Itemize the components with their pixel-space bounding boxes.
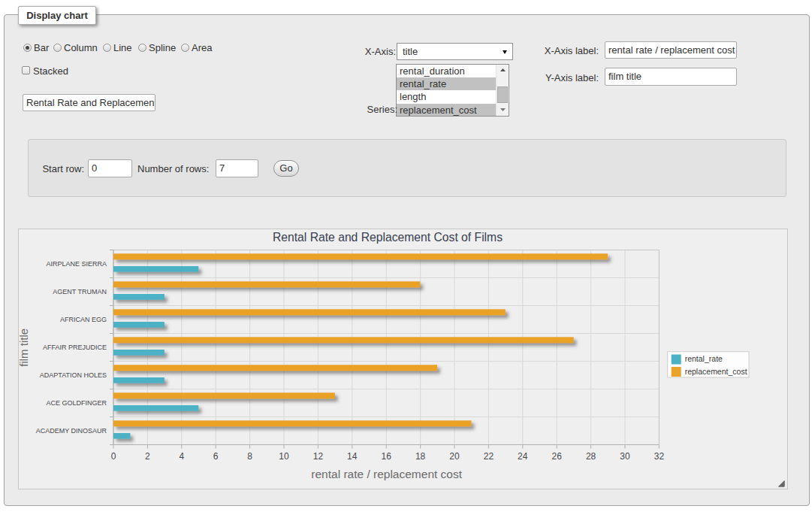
svg-text:8: 8 (247, 451, 252, 462)
svg-text:26: 26 (552, 451, 563, 462)
svg-text:2: 2 (145, 451, 150, 462)
svg-text:24: 24 (518, 451, 528, 462)
svg-text:AIRPLANE SIERRA: AIRPLANE SIERRA (46, 260, 107, 268)
svg-text:AFRICAN EGG: AFRICAN EGG (60, 316, 107, 323)
svg-text:14: 14 (347, 451, 358, 462)
svg-text:22: 22 (484, 451, 494, 462)
svg-text:6: 6 (213, 451, 219, 462)
svg-text:rental rate / replacement cost: rental rate / replacement cost (311, 468, 462, 480)
svg-text:replacement_cost: replacement_cost (685, 367, 747, 376)
svg-text:ACE GOLDFINGER: ACE GOLDFINGER (46, 399, 107, 407)
svg-text:4: 4 (179, 451, 184, 462)
svg-text:ADAPTATION HOLES: ADAPTATION HOLES (40, 371, 107, 379)
svg-text:rental_rate: rental_rate (685, 354, 723, 363)
svg-text:18: 18 (415, 451, 426, 462)
svg-text:AFFAIR PREJUDICE: AFFAIR PREJUDICE (43, 344, 107, 351)
svg-text:30: 30 (620, 451, 630, 462)
svg-text:28: 28 (586, 451, 596, 462)
svg-text:12: 12 (313, 451, 324, 462)
svg-text:0: 0 (111, 451, 116, 462)
svg-text:16: 16 (382, 451, 392, 462)
svg-text:32: 32 (654, 451, 665, 462)
svg-text:AGENT TRUMAN: AGENT TRUMAN (53, 288, 107, 295)
svg-text:ACADEMY DINOSAUR: ACADEMY DINOSAUR (36, 427, 107, 435)
svg-text:film title: film title (19, 329, 31, 367)
svg-text:Rental Rate and Replacement Co: Rental Rate and Replacement Cost of Film… (273, 231, 503, 244)
svg-text:10: 10 (279, 451, 289, 462)
svg-text:20: 20 (449, 451, 460, 462)
